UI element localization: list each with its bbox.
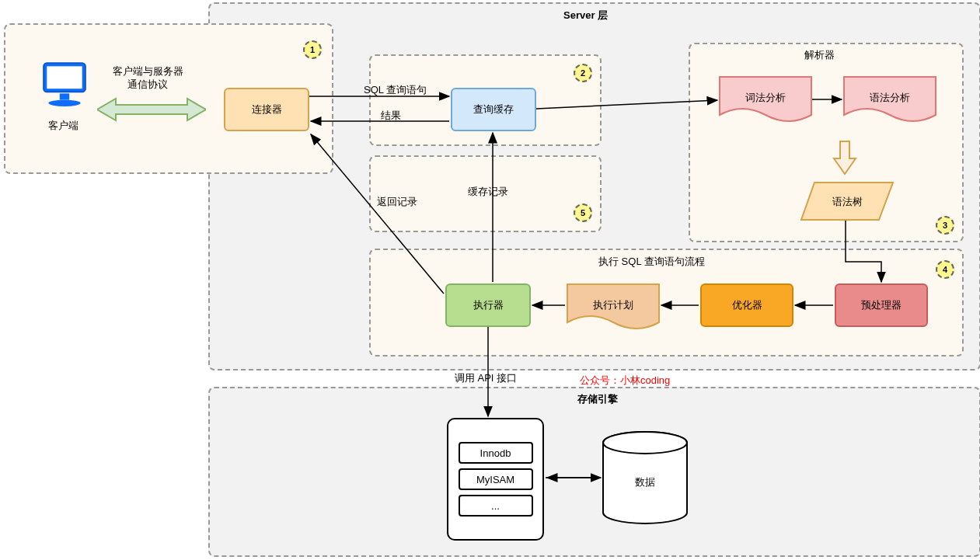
- down-arrow-icon: [832, 140, 857, 176]
- preprocessor-node: 预处理器: [835, 283, 928, 327]
- storage-engine-container: [208, 387, 980, 557]
- engine-innodb: Innodb: [459, 442, 533, 464]
- connector-text: 连接器: [252, 103, 282, 117]
- svg-marker-7: [834, 141, 856, 174]
- connector-node: 连接器: [224, 88, 309, 131]
- result-label: 结果: [381, 109, 401, 123]
- protocol-label-1: 客户端与服务器: [85, 64, 210, 78]
- syntax-node: 语法分析: [843, 76, 936, 127]
- sql-query-label: SQL 查询语句: [364, 83, 427, 97]
- query-cache-node: 查询缓存: [451, 88, 536, 131]
- svg-marker-4: [97, 99, 206, 120]
- credit-label: 公众号：小林coding: [580, 374, 670, 388]
- parser-title: 解析器: [804, 48, 835, 62]
- optimizer-node: 优化器: [700, 283, 793, 327]
- client-label: 客户端: [44, 119, 82, 133]
- client-monitor-icon: [39, 58, 90, 110]
- server-layer-title: Server 层: [563, 9, 608, 23]
- badge-1: 1: [303, 40, 322, 59]
- badge-4: 4: [936, 260, 954, 279]
- badge-5: 5: [574, 203, 592, 222]
- svg-rect-1: [47, 66, 82, 89]
- svg-text:语法分析: 语法分析: [870, 92, 910, 103]
- svg-rect-2: [60, 93, 69, 99]
- storage-engine-title: 存储引擎: [577, 392, 618, 406]
- lexical-node: 词法分析: [719, 76, 812, 127]
- executor-node: 执行器: [445, 283, 531, 327]
- engine-list-box: Innodb MyISAM ...: [447, 418, 544, 541]
- engine-dots: ...: [459, 495, 533, 517]
- svg-text:执行计划: 执行计划: [593, 299, 633, 311]
- parse-tree-node: 语法树: [800, 182, 894, 221]
- return-record-label: 返回记录: [377, 195, 417, 209]
- exec-plan-node: 执行计划: [567, 283, 660, 335]
- svg-text:语法树: 语法树: [832, 196, 863, 207]
- svg-text:数据: 数据: [635, 476, 655, 488]
- badge-2: 2: [574, 64, 592, 82]
- engine-myisam: MyISAM: [459, 468, 533, 490]
- data-cylinder-icon: 数据: [602, 431, 688, 524]
- exec-flow-title: 执行 SQL 查询语句流程: [598, 255, 705, 269]
- svg-text:词法分析: 词法分析: [745, 92, 786, 103]
- svg-point-12: [603, 432, 687, 454]
- protocol-label-2: 通信协议: [85, 78, 210, 92]
- cache-record-label: 缓存记录: [468, 185, 508, 199]
- badge-3: 3: [936, 216, 954, 235]
- bidirectional-arrow-icon: [97, 96, 206, 123]
- api-label: 调用 API 接口: [443, 371, 528, 385]
- query-cache-text: 查询缓存: [473, 103, 514, 117]
- svg-point-3: [48, 100, 80, 106]
